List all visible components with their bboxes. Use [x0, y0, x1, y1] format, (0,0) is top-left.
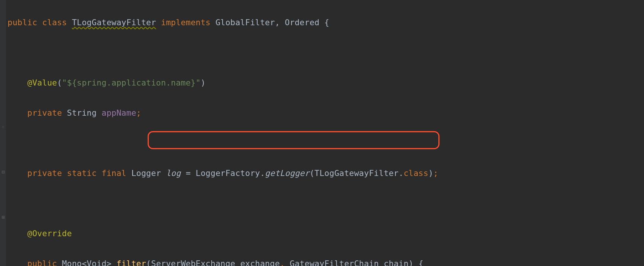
paren-open: ( [310, 168, 314, 178]
keyword-public: public [8, 18, 37, 27]
paren-close: ) [428, 168, 433, 178]
paren-open: ( [57, 78, 62, 87]
comma: , [275, 18, 280, 27]
string-literal: "${spring.application.name}" [62, 78, 201, 87]
brace-open: { [418, 259, 423, 266]
type-logger: Logger [131, 168, 161, 178]
fold-expand-icon[interactable]: ⊞ [1, 215, 5, 219]
keyword-private: private [27, 108, 62, 118]
comma: , [280, 259, 285, 266]
param-exchange: exchange [240, 259, 280, 266]
code-line[interactable]: private String appName; [8, 105, 473, 121]
class-arg: TLogGatewayFilter [314, 168, 398, 178]
code-editor[interactable]: public class TLogGatewayFilter implement… [8, 0, 473, 266]
keyword-final: final [102, 168, 127, 178]
paren-close: ) [201, 78, 206, 87]
angle-close: > [107, 259, 111, 266]
keyword-class: class [42, 18, 67, 27]
paren-open: ( [146, 259, 151, 266]
blank-line[interactable] [8, 136, 473, 151]
param-chain: chain [384, 259, 409, 266]
code-line[interactable]: @Override [8, 226, 473, 241]
equals: = [181, 168, 195, 178]
keyword-implements: implements [161, 18, 211, 27]
code-line[interactable]: public Mono<Void> filter(ServerWebExchan… [8, 256, 473, 266]
keyword-private: private [27, 168, 62, 178]
class-name: TLogGatewayFilter [72, 18, 156, 27]
dot: . [260, 168, 265, 178]
interface-name: GlobalFilter [215, 18, 275, 27]
interface-name: Ordered [285, 18, 319, 27]
blank-line[interactable] [8, 196, 473, 211]
type-void: Void [87, 259, 107, 266]
var-log: log [166, 168, 181, 178]
field-appname: appName [102, 108, 136, 118]
override-gutter-icon[interactable]: ↕ [1, 124, 5, 129]
method-getlogger: getLogger [265, 168, 310, 178]
fold-collapse-icon[interactable]: ⊟ [1, 170, 5, 174]
blank-line[interactable] [8, 45, 473, 60]
dot: . [399, 168, 404, 178]
class-loggerfactory: LoggerFactory [196, 168, 260, 178]
annotation-override: @Override [27, 229, 72, 238]
keyword-static: static [67, 168, 97, 178]
editor-gutter: ↕ ⊟ ⊞ [0, 0, 6, 266]
param-type: GatewayFilterChain [290, 259, 379, 266]
type-mono: Mono [62, 259, 82, 266]
code-line[interactable]: public class TLogGatewayFilter implement… [8, 15, 473, 30]
code-line[interactable]: private static final Logger log = Logger… [8, 166, 473, 181]
method-filter: filter [116, 259, 146, 266]
brace-open: { [324, 18, 329, 27]
semicolon: ; [433, 168, 438, 178]
angle-open: < [82, 259, 87, 266]
annotation-value: @Value [27, 78, 57, 87]
semicolon: ; [136, 108, 141, 118]
keyword-class: class [404, 168, 429, 178]
paren-close: ) [409, 259, 414, 266]
code-line[interactable]: @Value("${spring.application.name}") [8, 75, 473, 90]
param-type: ServerWebExchange [151, 259, 235, 266]
type-string: String [67, 108, 97, 118]
keyword-public: public [27, 259, 57, 266]
